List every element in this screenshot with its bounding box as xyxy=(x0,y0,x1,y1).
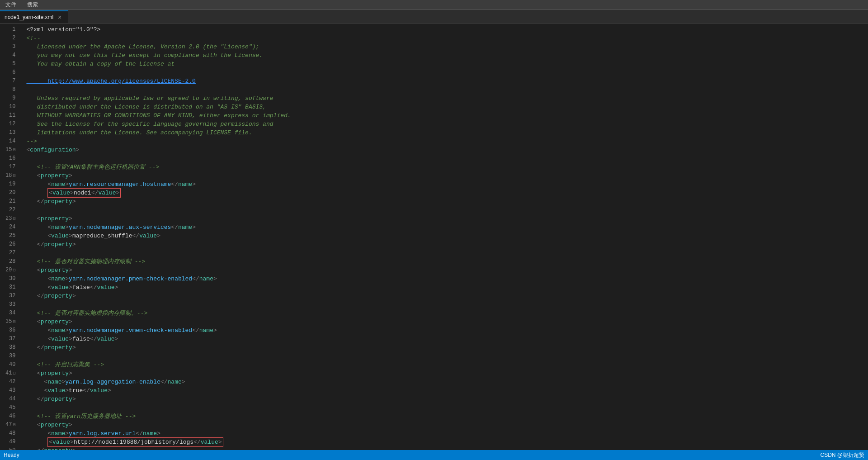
tab-bar: node1_yarn-site.xml × xyxy=(0,10,868,24)
line-num-29: 29 xyxy=(5,266,19,275)
code-line-7: http://www.apache.org/licenses/LICENSE-2… xyxy=(23,77,868,85)
code-line-3: Licensed under the Apache License, Versi… xyxy=(23,43,868,51)
code-line-16 xyxy=(23,154,868,163)
code-line-44: </property> xyxy=(23,395,868,403)
status-bar: Ready CSDN @架折超贤 xyxy=(0,450,868,460)
line-num-47: 47 xyxy=(5,421,19,429)
code-line-35: <property> xyxy=(23,318,868,326)
tab-label: node1_yarn-site.xml xyxy=(5,14,53,20)
line-num-46: 46 xyxy=(5,412,19,421)
line-num-17: 17 xyxy=(5,163,19,171)
line-num-40: 40 xyxy=(5,360,19,369)
menu-file[interactable]: 文件 xyxy=(4,1,18,9)
status-text: Ready xyxy=(4,452,19,458)
code-line-23: <property> xyxy=(23,214,868,223)
code-line-50: </property> xyxy=(23,446,868,450)
line-num-23: 23 xyxy=(5,214,19,223)
line-num-25: 25 xyxy=(5,232,19,240)
code-line-20: <value>node1</value> xyxy=(23,189,868,197)
line-num-15: 15 xyxy=(5,146,19,154)
line-num-22: 22 xyxy=(5,206,19,214)
code-line-41: <property> xyxy=(23,369,868,378)
line-num-26: 26 xyxy=(5,240,19,249)
line-num-37: 37 xyxy=(5,335,19,343)
menu-search[interactable]: 搜索 xyxy=(25,1,40,9)
line-num-5: 5 xyxy=(5,60,19,68)
tab-node1-yarn-site[interactable]: node1_yarn-site.xml × xyxy=(0,10,68,23)
code-line-21: </property> xyxy=(23,197,868,206)
line-num-41: 41 xyxy=(5,369,19,378)
line-num-3: 3 xyxy=(5,43,19,51)
line-num-12: 12 xyxy=(5,120,19,128)
line-num-33: 33 xyxy=(5,300,19,309)
code-line-45 xyxy=(23,403,868,412)
line-num-32: 32 xyxy=(5,292,19,300)
line-num-34: 34 xyxy=(5,309,19,318)
code-line-5: You may obtain a copy of the License at xyxy=(23,60,868,68)
code-line-49: <value>http://node1:19888/jobhistory/log… xyxy=(23,438,868,446)
code-line-32: </property> xyxy=(23,292,868,300)
code-line-30: <name>yarn.nodemanager.pmem-check-enable… xyxy=(23,275,868,283)
line-num-9: 9 xyxy=(5,94,19,103)
code-line-33 xyxy=(23,300,868,309)
line-num-21: 21 xyxy=(5,197,19,206)
line-num-19: 19 xyxy=(5,180,19,189)
code-line-43: <value>true</value> xyxy=(23,386,868,395)
line-num-6: 6 xyxy=(5,68,19,77)
line-num-38: 38 xyxy=(5,343,19,352)
line-numbers: 1234567891011121314151617181920212223242… xyxy=(0,24,23,450)
code-line-14: --> xyxy=(23,137,868,146)
code-line-40: <!-- 开启日志聚集 --> xyxy=(23,360,868,369)
code-line-31: <value>false</value> xyxy=(23,283,868,292)
code-line-37: <value>false</value> xyxy=(23,335,868,343)
line-num-36: 36 xyxy=(5,326,19,335)
line-num-49: 49 xyxy=(5,438,19,446)
line-num-14: 14 xyxy=(5,137,19,146)
menu-bar: 文件 搜索 xyxy=(0,0,868,10)
code-line-47: <property> xyxy=(23,421,868,429)
line-num-10: 10 xyxy=(5,103,19,111)
code-line-2: <!-- xyxy=(23,34,868,43)
code-line-1: <?xml version="1.0"?> xyxy=(23,25,868,34)
code-line-48: <name>yarn.log.server.url</name> xyxy=(23,429,868,438)
code-line-26: </property> xyxy=(23,240,868,249)
line-num-2: 2 xyxy=(5,34,19,43)
line-num-20: 20 xyxy=(5,189,19,197)
line-num-4: 4 xyxy=(5,51,19,60)
code-line-46: <!-- 设置yarn历史服务器地址 --> xyxy=(23,412,868,421)
code-line-10: distributed under the License is distrib… xyxy=(23,103,868,111)
line-num-45: 45 xyxy=(5,403,19,412)
line-num-30: 30 xyxy=(5,275,19,283)
line-num-11: 11 xyxy=(5,111,19,120)
tab-close-button[interactable]: × xyxy=(56,14,63,21)
line-num-8: 8 xyxy=(5,85,19,94)
code-line-17: <!-- 设置YARN集群主角色运行机器位置 --> xyxy=(23,163,868,171)
line-num-44: 44 xyxy=(5,395,19,403)
line-num-27: 27 xyxy=(5,249,19,257)
line-num-13: 13 xyxy=(5,128,19,137)
code-line-29: <property> xyxy=(23,266,868,275)
code-line-18: <property> xyxy=(23,171,868,180)
code-line-28: <!-- 是否对容器实施物理内存限制 --> xyxy=(23,257,868,266)
code-line-34: <!-- 是否对容器实施虚拟内存限制。--> xyxy=(23,309,868,318)
line-num-35: 35 xyxy=(5,318,19,326)
line-num-7: 7 xyxy=(5,77,19,85)
line-num-48: 48 xyxy=(5,429,19,438)
code-line-22 xyxy=(23,206,868,214)
line-num-1: 1 xyxy=(5,25,19,34)
code-line-6 xyxy=(23,68,868,77)
code-line-4: you may not use this file except in comp… xyxy=(23,51,868,60)
line-num-50: 50 xyxy=(5,446,19,450)
code-line-24: <name>yarn.nodemanager.aux-services</nam… xyxy=(23,223,868,232)
code-line-27 xyxy=(23,249,868,257)
watermark-text: CSDN @架折超贤 xyxy=(820,451,864,459)
code-line-39 xyxy=(23,352,868,360)
line-num-28: 28 xyxy=(5,257,19,266)
code-line-38: </property> xyxy=(23,343,868,352)
line-num-24: 24 xyxy=(5,223,19,232)
code-line-8 xyxy=(23,85,868,94)
code-line-11: WITHOUT WARRANTIES OR CONDITIONS OF ANY … xyxy=(23,111,868,120)
code-content[interactable]: <?xml version="1.0"?><!-- Licensed under… xyxy=(23,24,868,450)
line-num-31: 31 xyxy=(5,283,19,292)
code-line-36: <name>yarn.nodemanager.vmem-check-enable… xyxy=(23,326,868,335)
